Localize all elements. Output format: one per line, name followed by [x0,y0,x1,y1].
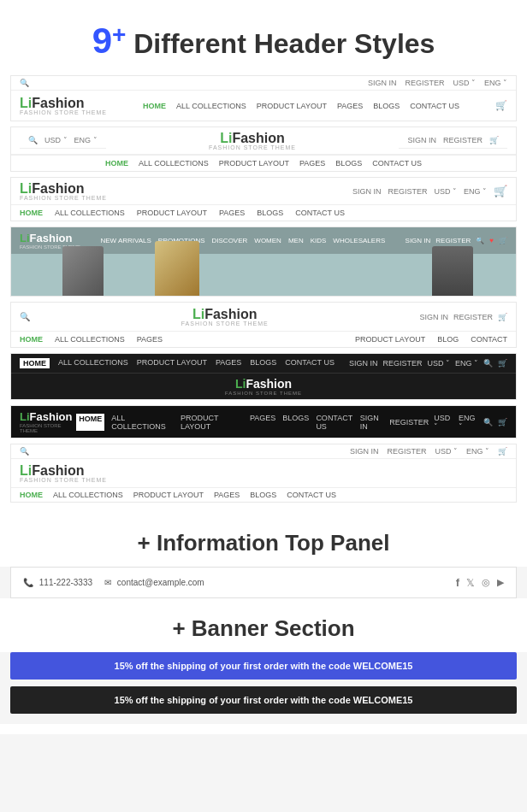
header3-nav: HOME ALL COLLECTIONS PRODUCT LAYOUT PAGE… [11,205,516,221]
nav-blogs-h8[interactable]: BLOGS [250,491,276,499]
search-h8-top[interactable]: 🔍 [20,447,29,456]
nav-collections-h2[interactable]: ALL COLLECTIONS [139,159,209,168]
cart-h2[interactable]: 🛒 [489,136,499,144]
signin-h5[interactable]: SIGN IN [419,313,448,321]
nav-product-h2[interactable]: PRODUCT LAYOUT [219,159,289,168]
cart-icon-h1[interactable]: 🛒 [495,100,507,111]
cart-h4[interactable]: 🛒 [499,237,507,244]
signin-h7[interactable]: SIGN IN [360,414,385,431]
nav-home-h3[interactable]: HOME [20,209,43,217]
nav-home-h2[interactable]: HOME [105,159,128,168]
nav-collections-h7[interactable]: ALL COLLECTIONS [111,414,174,431]
nav-product-h8[interactable]: PRODUCT LAYOUT [133,491,204,499]
header3-logo: LiFashion FASHION STORE THEME [20,181,107,201]
register-h2[interactable]: REGISTER [443,136,483,144]
nav-pages-h8[interactable]: PAGES [214,491,240,499]
search-icon-h5[interactable]: 🔍 [20,312,30,321]
cart-h7[interactable]: 🛒 [498,418,507,427]
nav-blog-h5[interactable]: BLOG [437,335,459,344]
nav-blogs-h7[interactable]: BLOGS [282,414,309,431]
nav-product-h3[interactable]: PRODUCT LAYOUT [137,209,207,217]
nav-blogs-h6[interactable]: BLOGS [250,358,276,368]
nav-contact-h3[interactable]: CONTACT US [295,209,345,217]
usd-h6[interactable]: USD ˅ [427,359,450,368]
eng-h2[interactable]: ENG ˅ [74,136,98,144]
signin-h4[interactable]: SIGN IN [406,237,431,244]
header1-top-right: SIGN IN REGISTER USD ˅ ENG ˅ [368,79,507,87]
nav-contact-h5[interactable]: CONTACT [471,335,507,344]
nav-blogs[interactable]: BLOGS [373,102,400,110]
signin-h2[interactable]: SIGN IN [407,136,436,144]
header2-top-right: SIGN IN REGISTER 🛒 [399,132,507,149]
nav-blogs-h3[interactable]: BLOGS [257,209,283,217]
nav-pages-h3[interactable]: PAGES [219,209,245,217]
nav-contact-h2[interactable]: CONTACT US [372,159,422,168]
banner-blue-text: 15% off the shipping of your first order… [115,661,413,671]
nav-pages-h5[interactable]: PAGES [137,335,163,344]
nav-home[interactable]: HOME [143,102,166,110]
nav-product-h6[interactable]: PRODUCT LAYOUT [137,358,207,368]
cart-h3[interactable]: 🛒 [494,185,507,197]
nav-kids[interactable]: KIDS [311,237,327,244]
nav-pages-h7[interactable]: PAGES [250,414,275,431]
usd-h7[interactable]: USD ˅ [434,414,453,431]
nav-pages[interactable]: PAGES [337,102,363,110]
nav-women[interactable]: WOMEN [254,237,281,244]
title-rest: Different Header Styles [126,28,435,59]
signin-h6[interactable]: SIGN IN [349,359,378,368]
nav-product-h5[interactable]: PRODUCT LAYOUT [355,335,425,344]
headers-container: 🔍 SIGN IN REGISTER USD ˅ ENG ˅ LiFashion… [0,75,527,513]
nav-home-h8[interactable]: HOME [20,491,43,499]
nav-pages-h2[interactable]: PAGES [299,159,325,168]
facebook-icon[interactable]: f [456,576,459,589]
youtube-icon[interactable]: ▶ [497,577,504,588]
instagram-icon[interactable]: ◎ [482,577,490,588]
nav-contact-h8[interactable]: CONTACT US [287,491,336,499]
usd-h3[interactable]: USD ˅ [434,187,457,196]
nav-collections[interactable]: ALL COLLECTIONS [176,102,246,110]
nav-men[interactable]: MEN [288,237,304,244]
register-h7[interactable]: REGISTER [389,418,429,427]
nav-wholesalers[interactable]: WHOLESALERS [333,237,385,244]
register-h6[interactable]: REGISTER [382,359,422,368]
phone-icon: 📞 [23,578,33,587]
nav-collections-h6[interactable]: ALL COLLECTIONS [58,358,128,368]
eng-h6[interactable]: ENG ˅ [455,359,478,368]
nav-collections-h8[interactable]: ALL COLLECTIONS [53,491,123,499]
cart-h6[interactable]: 🛒 [498,359,507,368]
info-label-text: + Information Top Panel [138,530,390,556]
header1-logo: LiFashion FASHION STORE THEME [20,96,107,115]
twitter-icon[interactable]: 𝕏 [466,577,475,589]
register-h4[interactable]: REGISTER [435,237,471,244]
register-h3[interactable]: REGISTER [388,187,427,196]
search-h7[interactable]: 🔍 [483,418,493,427]
nav-home-h7[interactable]: HOME [76,414,104,431]
nav-product[interactable]: PRODUCT LAYOUT [257,102,327,110]
nav-contact-h7[interactable]: CONTACT US [316,414,359,431]
header-demo-3: LiFashion FASHION STORE THEME SIGN IN RE… [10,177,517,221]
search-icon-h2[interactable]: 🔍 [28,136,38,144]
usd-h2[interactable]: USD ˅ [44,136,68,144]
nav-contact-h6[interactable]: CONTACT US [285,358,335,368]
signin-h3[interactable]: SIGN IN [352,187,382,196]
nav-home-h5[interactable]: HOME [20,335,43,344]
cart-h5[interactable]: 🛒 [498,313,507,321]
search-icon-h1[interactable]: 🔍 [20,79,29,87]
nav-collections-h5[interactable]: ALL COLLECTIONS [55,335,125,344]
eng-h7[interactable]: ENG ˅ [459,414,478,431]
header2-top: 🔍 USD ˅ ENG ˅ LiFashion FASHION STORE TH… [11,127,516,155]
nav-pages-h6[interactable]: PAGES [216,358,241,368]
nav-blogs-h2[interactable]: BLOGS [335,159,362,168]
nav-contact[interactable]: CONTACT US [410,102,459,110]
search-h6[interactable]: 🔍 [483,359,493,368]
nav-collections-h3[interactable]: ALL COLLECTIONS [55,209,125,217]
fav-h4[interactable]: ♥ [489,237,494,244]
header-demo-5: 🔍 LiFashion FASHION STORE THEME SIGN IN … [10,302,517,348]
nav-product-h7[interactable]: PRODUCT LAYOUT [181,414,243,431]
nav-discover[interactable]: DISCOVER [212,237,248,244]
search-h4[interactable]: 🔍 [476,237,484,244]
nav-home-h6[interactable]: HOME [20,358,50,368]
eng-h3[interactable]: ENG ˅ [464,187,487,196]
register-h5[interactable]: REGISTER [453,313,493,321]
header8-main: LiFashion FASHION STORE THEME [11,459,516,487]
